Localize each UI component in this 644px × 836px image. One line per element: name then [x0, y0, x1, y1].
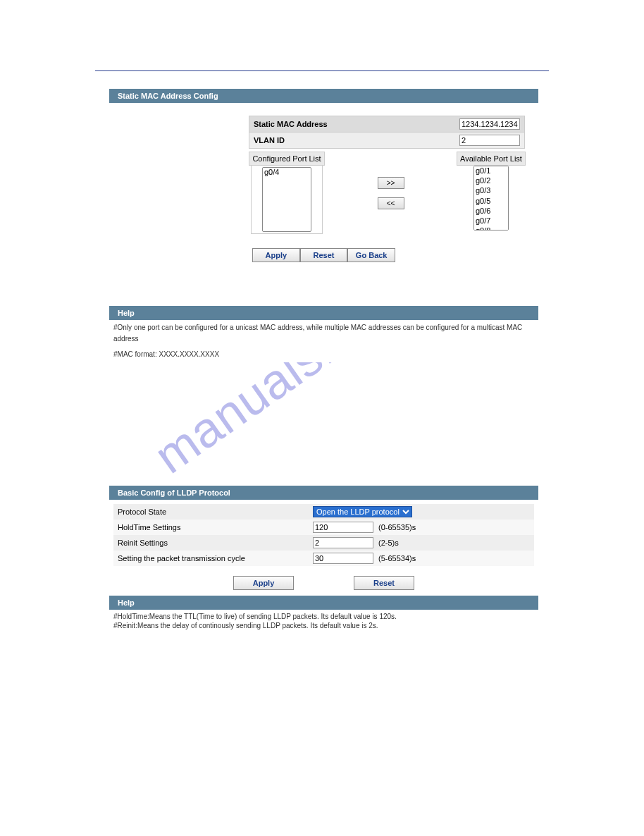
mac-button-row: Apply Reset Go Back [252, 248, 395, 262]
vlan-id-label: VLAN ID [249, 133, 456, 149]
available-port-col: Available Port List g0/1g0/2g0/3g0/5g0/6… [457, 152, 526, 234]
help-text-2b: #Reinit:Means the delay of continously s… [113, 621, 534, 630]
mac-address-input[interactable] [459, 118, 520, 130]
mac-address-label: Static MAC Address [249, 116, 456, 133]
top-divider [95, 70, 549, 71]
move-left-button[interactable]: << [378, 197, 404, 209]
help-text-1b: #MAC format: XXXX.XXXX.XXXX [113, 349, 534, 360]
vlan-id-input[interactable] [459, 135, 520, 146]
static-mac-body: Static MAC Address VLAN ID Configured Po… [109, 103, 538, 306]
lldp-body: Protocol State Open the LLDP protocol Ho… [109, 504, 538, 590]
reinit-hint: (2-5)s [376, 539, 399, 547]
lldp-apply-button[interactable]: Apply [233, 576, 294, 590]
help-text-2a: #HoldTime:Means the TTL(Time to live) of… [113, 612, 534, 621]
help-body-2: #HoldTime:Means the TTL(Time to live) of… [109, 610, 538, 632]
static-mac-panel: Static MAC Address Config Static MAC Add… [109, 89, 538, 362]
holdtime-hint: (0-65535)s [376, 523, 416, 531]
available-port-header: Available Port List [457, 152, 526, 166]
help-text-1a: #Only one port can be configured for a u… [113, 322, 534, 345]
protocol-state-label: Protocol State [113, 504, 309, 520]
apply-button[interactable]: Apply [252, 248, 300, 262]
reset-button[interactable]: Reset [300, 248, 348, 262]
reinit-input[interactable] [313, 537, 373, 548]
port-transfer-buttons: >> << [325, 152, 457, 234]
holdtime-input[interactable] [313, 522, 373, 533]
lldp-config-table: Protocol State Open the LLDP protocol Ho… [113, 504, 534, 566]
lldp-title: Basic Config of LLDP Protocol [109, 486, 538, 500]
configured-port-col: Configured Port List g0/4 [249, 152, 325, 234]
help-body-1: #Only one port can be configured for a u… [109, 320, 538, 362]
port-list-area: Configured Port List g0/4 >> << Availabl… [122, 152, 526, 234]
document-page: manualshive.com Static MAC Address Confi… [0, 70, 644, 632]
cycle-label: Setting the packet transmission cycle [113, 551, 309, 566]
help-header-1: Help [109, 306, 538, 320]
reinit-label: Reinit Settings [113, 535, 309, 551]
lldp-reset-button[interactable]: Reset [354, 576, 414, 590]
move-right-button[interactable]: >> [378, 177, 404, 189]
configured-port-header: Configured Port List [249, 152, 325, 166]
lldp-button-row: Apply Reset [113, 576, 534, 590]
holdtime-label: HoldTime Settings [113, 520, 309, 535]
configured-port-listbox[interactable]: g0/4 [262, 167, 311, 232]
cycle-input[interactable] [313, 553, 373, 564]
protocol-state-select[interactable]: Open the LLDP protocol [313, 506, 412, 517]
help-header-2: Help [109, 596, 538, 610]
lldp-panel: Basic Config of LLDP Protocol Protocol S… [109, 486, 538, 632]
goback-button[interactable]: Go Back [347, 248, 395, 262]
available-port-listbox[interactable]: g0/1g0/2g0/3g0/5g0/6g0/7g0/8g0/9g0/10g0/… [473, 166, 509, 230]
cycle-hint: (5-65534)s [376, 554, 416, 563]
mac-form-table: Static MAC Address VLAN ID [249, 116, 525, 149]
static-mac-title: Static MAC Address Config [109, 89, 538, 103]
